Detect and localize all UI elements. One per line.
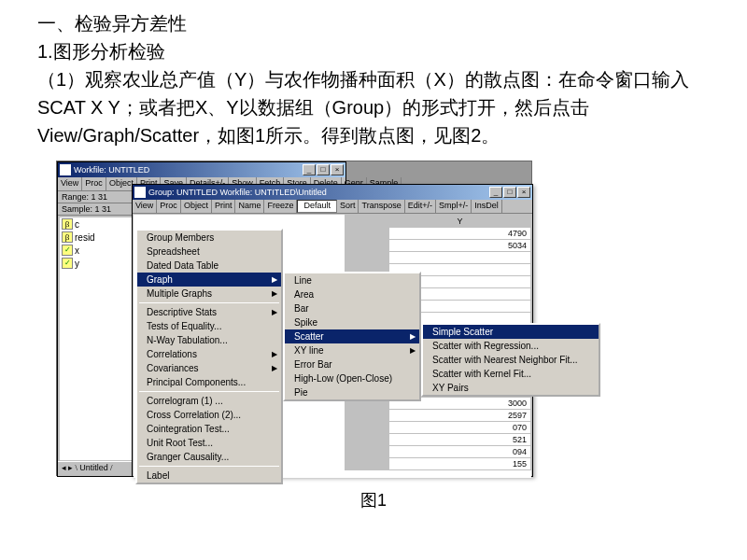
menu-item[interactable]: Correlations▶	[137, 347, 281, 361]
toolbar-name[interactable]: Name	[235, 200, 264, 213]
submenu-arrow-icon: ▶	[272, 308, 277, 316]
screenshot: Workfile: UNTITLED _ □ × ViewProcObjectP…	[56, 161, 532, 476]
maximize-button[interactable]: □	[503, 187, 516, 198]
item-icon: ✓	[62, 245, 73, 256]
menu-item[interactable]: Cross Correlation (2)...	[137, 408, 281, 422]
submenu-arrow-icon: ▶	[410, 332, 416, 341]
toolbar-default[interactable]: Default	[297, 200, 337, 213]
toolbar-object[interactable]: Object	[181, 200, 212, 213]
toolbar-smpl[interactable]: Smpl+/-	[436, 200, 472, 213]
submenu-arrow-icon: ▶	[272, 275, 277, 284]
toolbar-insdel[interactable]: InsDel	[472, 200, 502, 213]
menu-item[interactable]: Bar	[285, 301, 419, 315]
menu-item[interactable]: Scatter with Kernel Fit...	[423, 367, 599, 381]
app-icon	[134, 187, 146, 198]
menu-item[interactable]: Simple Scatter	[423, 325, 599, 339]
submenu-arrow-icon: ▶	[272, 364, 277, 372]
menu-item[interactable]: Tests of Equality...	[137, 319, 281, 333]
app-icon	[60, 164, 71, 175]
submenu-arrow-icon: ▶	[410, 346, 416, 355]
menu-item[interactable]: XY line▶	[285, 343, 419, 357]
item-label: x	[75, 245, 79, 256]
menu-item[interactable]: N-Way Tabulation...	[137, 333, 281, 347]
menu-item[interactable]: Spreadsheet	[137, 245, 281, 259]
toolbar-proc[interactable]: Proc	[82, 177, 106, 190]
paragraph: （1）观察农业总产值（Y）与农作物播种面积（X）的散点图：在命令窗口输入 SCA…	[37, 65, 710, 149]
close-button[interactable]: ×	[331, 164, 344, 175]
toolbar-view[interactable]: View	[58, 177, 82, 190]
group-body: Y4790503430002597070521094155 Group Memb…	[134, 215, 531, 478]
toolbar-view[interactable]: View	[133, 200, 157, 213]
minimize-button[interactable]: _	[489, 187, 502, 198]
group-toolbar: ViewProcObjectPrintNameFreezeDefaultSort…	[133, 200, 532, 214]
menu-item[interactable]: Error Bar	[285, 357, 419, 371]
group-title: Group: UNTITLED Workfile: UNTITLED\Untit…	[148, 188, 489, 197]
menu-item[interactable]: Granger Causality...	[137, 450, 281, 464]
item-label: resid	[75, 232, 95, 243]
item-icon: ✓	[62, 258, 73, 269]
submenu-arrow-icon: ▶	[272, 350, 277, 358]
menu-item[interactable]: Line	[285, 273, 419, 287]
menu-item[interactable]: Pie	[285, 385, 419, 399]
group-window: Group: UNTITLED Workfile: UNTITLED\Untit…	[132, 184, 533, 477]
toolbar-edit[interactable]: Edit+/-	[405, 200, 436, 213]
menu-item[interactable]: Scatter▶	[285, 329, 419, 343]
menu-item[interactable]: High-Low (Open-Close)	[285, 371, 419, 385]
toolbar-sort[interactable]: Sort	[337, 200, 359, 213]
menu-item[interactable]: Spike	[285, 315, 419, 329]
menu-item[interactable]: XY Pairs	[423, 381, 599, 395]
menu-item[interactable]: Group Members	[137, 231, 281, 245]
item-icon: β	[62, 218, 73, 230]
figure-caption: 图1	[0, 489, 747, 511]
item-label: c	[75, 219, 79, 230]
menu-item[interactable]: Graph▶	[137, 273, 281, 287]
menu-item[interactable]: Unit Root Test...	[137, 436, 281, 450]
menu-item[interactable]: Scatter with Nearest Neighbor Fit...	[423, 353, 599, 367]
menu-item[interactable]: Correlogram (1) ...	[137, 394, 281, 408]
menu-item[interactable]: Principal Components...	[137, 375, 281, 389]
document-text: 一、检验异方差性 1.图形分析检验 （1）观察农业总产值（Y）与农作物播种面积（…	[0, 0, 747, 157]
submenu-arrow-icon: ▶	[272, 289, 277, 298]
toolbar-freeze[interactable]: Freeze	[264, 200, 297, 213]
menu-item[interactable]: Covariances▶	[137, 361, 281, 375]
scatter-submenu[interactable]: Simple ScatterScatter with Regression...…	[421, 323, 600, 397]
heading: 一、检验异方差性	[37, 9, 710, 37]
minimize-button[interactable]: _	[303, 164, 316, 175]
graph-submenu[interactable]: LineAreaBarSpikeScatter▶XY line▶Error Ba…	[283, 272, 421, 401]
view-menu[interactable]: Group MembersSpreadsheetDated Data Table…	[135, 229, 283, 484]
menu-item[interactable]: Multiple Graphs▶	[137, 287, 281, 301]
menu-item[interactable]: Scatter with Regression...	[423, 339, 599, 353]
toolbar-transpose[interactable]: Transpose	[359, 200, 404, 213]
menu-item[interactable]: Descriptive Stats▶	[137, 305, 281, 319]
menu-item[interactable]: Area	[285, 287, 419, 301]
subheading: 1.图形分析检验	[37, 37, 710, 65]
menu-item[interactable]: Label	[137, 469, 281, 483]
item-icon: β	[62, 231, 73, 243]
menu-item[interactable]: Cointegration Test...	[137, 422, 281, 436]
workfile-title: Workfile: UNTITLED	[74, 165, 303, 175]
toolbar-print[interactable]: Print	[212, 200, 236, 213]
item-label: y	[75, 259, 79, 269]
toolbar-proc[interactable]: Proc	[157, 200, 181, 213]
group-titlebar[interactable]: Group: UNTITLED Workfile: UNTITLED\Untit…	[133, 185, 532, 200]
menu-item[interactable]: Dated Data Table	[137, 259, 281, 273]
maximize-button[interactable]: □	[317, 164, 330, 175]
close-button[interactable]: ×	[517, 187, 530, 198]
workfile-titlebar[interactable]: Workfile: UNTITLED _ □ ×	[58, 162, 345, 177]
